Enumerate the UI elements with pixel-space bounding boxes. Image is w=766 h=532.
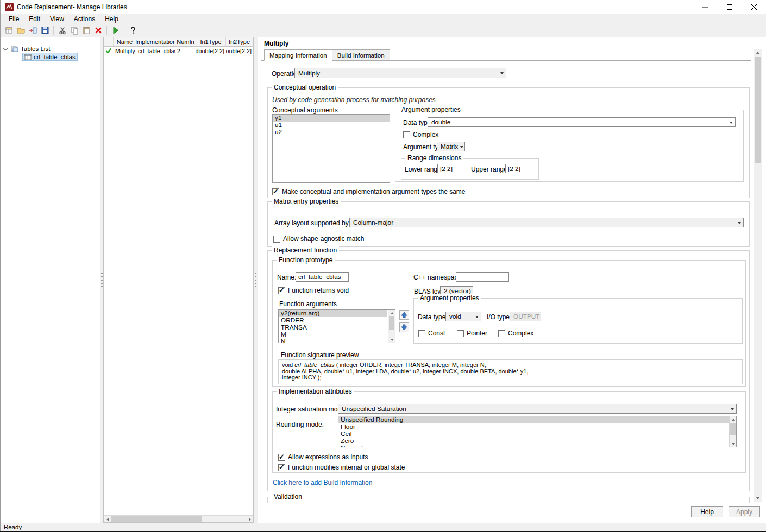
scroll-up-arrow[interactable] — [754, 49, 762, 56]
delete-icon — [94, 26, 103, 35]
signature-line-2: double ALPHA, double* u1, integer LDA, d… — [282, 369, 739, 375]
allow-expressions-checkbox[interactable]: Allow expressions as inputs — [278, 453, 368, 461]
upper-range-field[interactable]: [2 2] — [505, 164, 533, 173]
validate-button[interactable] — [110, 24, 121, 36]
arg-data-type-select[interactable]: void — [445, 312, 481, 321]
copy-button[interactable] — [68, 24, 80, 36]
shape-agnostic-checkbox[interactable]: Allow shape-agnostic match — [273, 235, 364, 243]
open-button[interactable] — [15, 24, 27, 36]
tree-item-crl-table-cblas[interactable]: crl_table_cblas — [22, 53, 78, 61]
scroll-up-arrow[interactable] — [730, 416, 737, 422]
chevron-down-icon[interactable] — [3, 46, 8, 50]
menu-edit[interactable]: Edit — [24, 15, 45, 23]
table-row[interactable]: Multiply crl_table_cblas 2 double[2 2] d… — [104, 47, 253, 55]
scroll-up-arrow[interactable] — [388, 310, 395, 316]
minimize-button[interactable] — [693, 0, 717, 14]
tab-mapping-information[interactable]: Mapping Information — [264, 49, 332, 61]
menu-actions[interactable]: Actions — [69, 15, 100, 23]
help-button-toolbar[interactable] — [127, 24, 139, 36]
tree-root-tables-list[interactable]: Tables List — [3, 45, 50, 53]
move-argument-up-button[interactable] — [399, 310, 409, 320]
scroll-thumb[interactable] — [389, 316, 394, 330]
rounding-mode-list[interactable]: Unspecified Rounding Floor Ceil Zero Nea… — [338, 416, 737, 447]
data-type-select[interactable]: double — [428, 117, 736, 127]
column-in2type[interactable]: In2Type — [226, 37, 253, 46]
column-in1type[interactable]: In1Type — [196, 37, 226, 46]
horizontal-scrollbar[interactable] — [104, 515, 253, 522]
scroll-left-arrow[interactable] — [104, 516, 111, 523]
conceptual-arguments-list[interactable]: y1 u1 u2 — [272, 114, 390, 183]
status-text: Ready — [4, 524, 22, 530]
splitter-right[interactable] — [254, 37, 258, 523]
list-scrollbar[interactable] — [729, 416, 736, 447]
column-implementation[interactable]: Implementation — [136, 37, 175, 46]
list-item-unspecified-rounding[interactable]: Unspecified Rounding — [338, 416, 736, 423]
scroll-thumb[interactable] — [755, 57, 761, 163]
saturation-mode-select[interactable]: Unspecified Saturation — [338, 404, 737, 414]
list-item-y1[interactable]: y1 — [273, 115, 390, 122]
scroll-down-arrow[interactable] — [388, 337, 395, 343]
arg-complex-checkbox[interactable]: Complex — [498, 330, 533, 337]
splitter-grip — [101, 273, 103, 287]
column-numin[interactable]: NumIn — [175, 37, 196, 46]
vertical-scrollbar[interactable] — [754, 49, 762, 502]
scroll-thumb[interactable] — [730, 423, 736, 435]
checkbox-box — [498, 330, 505, 337]
pointer-checkbox[interactable]: Pointer — [457, 330, 487, 337]
toolbar-separator — [124, 26, 124, 35]
const-checkbox[interactable]: Const — [418, 330, 445, 337]
checkbox-box — [418, 330, 425, 337]
menu-help[interactable]: Help — [100, 15, 123, 23]
apply-button[interactable]: Apply — [729, 506, 760, 517]
import-icon — [29, 26, 37, 35]
list-item-zero[interactable]: Zero — [338, 438, 736, 445]
chevron-down-icon — [738, 222, 741, 226]
chevron-down-icon — [500, 72, 504, 76]
validate-icon — [111, 26, 120, 35]
new-library-button[interactable] — [3, 24, 15, 36]
add-build-information-link[interactable]: Click here to add Build Information — [273, 479, 372, 486]
save-button[interactable] — [39, 24, 51, 36]
move-argument-down-button[interactable] — [399, 322, 409, 332]
list-item-transa[interactable]: TRANSA — [279, 324, 395, 331]
maximize-button[interactable] — [717, 0, 742, 14]
list-item-floor[interactable]: Floor — [338, 423, 736, 430]
function-arguments-list[interactable]: y2(return arg) ORDER TRANSA M N — [278, 309, 395, 343]
paste-button[interactable] — [80, 24, 92, 36]
lower-range-field[interactable]: [2 2] — [437, 164, 467, 173]
menu-view[interactable]: View — [45, 15, 69, 23]
scroll-thumb[interactable] — [111, 516, 202, 522]
column-name[interactable]: Name — [114, 37, 136, 46]
column-status[interactable] — [104, 37, 114, 46]
checkbox-box — [403, 131, 410, 138]
complex-checkbox[interactable]: Complex — [403, 131, 438, 138]
function-argument-properties-label: Argument properties — [418, 294, 481, 302]
menu-file[interactable]: File — [4, 15, 24, 23]
list-item-n[interactable]: N — [279, 338, 395, 343]
namespace-field[interactable] — [456, 272, 509, 282]
function-name-field[interactable]: crl_table_cblas — [296, 272, 349, 282]
list-scrollbar[interactable] — [388, 310, 395, 343]
same-types-checkbox[interactable]: Make conceptual and implementation argum… — [272, 188, 466, 195]
implementation-attributes-label: Implementation attributes — [277, 388, 354, 395]
scroll-right-arrow[interactable] — [246, 516, 253, 523]
list-item-m[interactable]: M — [279, 331, 395, 338]
help-button[interactable]: Help — [691, 506, 723, 517]
list-item-u2[interactable]: u2 — [273, 129, 390, 136]
list-item-u1[interactable]: u1 — [273, 122, 390, 129]
array-layout-select[interactable]: Column-major — [349, 218, 744, 227]
list-item-nearest[interactable]: Nearest — [338, 445, 736, 447]
close-button[interactable] — [742, 0, 766, 14]
cut-button[interactable] — [56, 24, 68, 36]
scroll-down-arrow[interactable] — [754, 495, 762, 502]
delete-button[interactable] — [92, 24, 104, 36]
modifies-state-checkbox[interactable]: Function modifies internal or global sta… — [278, 464, 405, 471]
list-item-ceil[interactable]: Ceil — [338, 430, 736, 438]
scroll-down-arrow[interactable] — [730, 441, 737, 447]
operation-select[interactable]: Multiply — [294, 68, 506, 78]
returns-void-checkbox[interactable]: Function returns void — [278, 287, 349, 294]
signature-line-3: integer INCY ); — [282, 375, 739, 381]
argument-type-select[interactable]: Matrix — [437, 142, 465, 151]
import-button[interactable] — [27, 24, 39, 36]
tab-build-information[interactable]: Build Information — [332, 49, 390, 60]
